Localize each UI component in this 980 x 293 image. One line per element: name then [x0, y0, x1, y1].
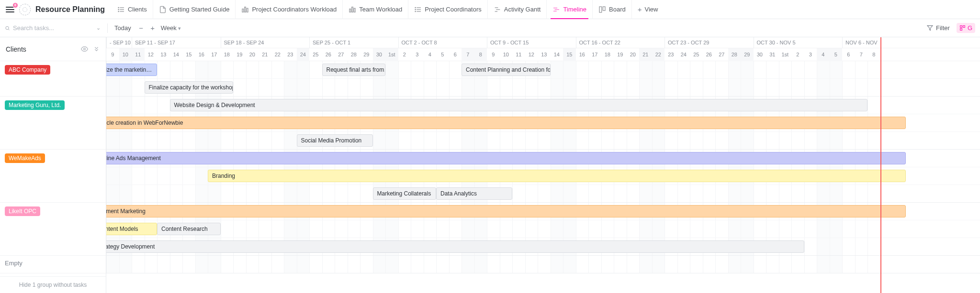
day-label[interactable]: 24	[677, 48, 690, 61]
menu-button[interactable]: 0	[4, 3, 16, 16]
day-label[interactable]: 9	[487, 48, 500, 61]
today-button[interactable]: Today	[114, 24, 131, 32]
tab-timeline[interactable]: Timeline	[546, 0, 592, 19]
day-label[interactable]: 6	[842, 48, 855, 61]
day-label[interactable]: 21	[639, 48, 652, 61]
sidebar-group[interactable]: WeMakeAds	[0, 150, 106, 203]
tab-team-workload[interactable]: Team Workload	[342, 0, 408, 19]
visibility-icon[interactable]	[81, 45, 88, 53]
day-label[interactable]: 22	[652, 48, 665, 61]
gantt-bar[interactable]: Content Planning and Creation fo…	[462, 64, 551, 76]
gantt-area[interactable]: - SEP 10SEP 11 - SEP 17SEP 18 - SEP 24SE…	[106, 37, 980, 293]
gantt-bar[interactable]: Strategy Development	[106, 240, 804, 253]
zoom-out-button[interactable]: −	[138, 24, 145, 32]
day-label[interactable]: 31	[766, 48, 779, 61]
day-label[interactable]: 30	[754, 48, 766, 61]
day-label[interactable]: 13	[157, 48, 170, 61]
day-label[interactable]: 16	[576, 48, 589, 61]
day-label[interactable]: 17	[588, 48, 601, 61]
tab-project-coordinators[interactable]: Project Coordinators	[408, 0, 487, 19]
zoom-in-button[interactable]: +	[149, 24, 156, 32]
day-label[interactable]: 23	[665, 48, 677, 61]
day-label[interactable]: 22	[271, 48, 284, 61]
day-label[interactable]: 25	[309, 48, 322, 61]
day-label[interactable]: 3	[804, 48, 817, 61]
day-label[interactable]: 19	[614, 48, 627, 61]
day-label[interactable]: 30	[373, 48, 386, 61]
day-label[interactable]: 10	[500, 48, 513, 61]
day-label[interactable]: 19	[233, 48, 246, 61]
gantt-bar[interactable]: Content Models	[106, 223, 157, 235]
day-label[interactable]: 3	[411, 48, 424, 61]
day-label[interactable]: 16	[195, 48, 208, 61]
zoom-level-label[interactable]: Week ▾	[161, 24, 181, 32]
day-label[interactable]: 28	[728, 48, 741, 61]
day-label[interactable]: 2	[791, 48, 804, 61]
day-label[interactable]: 15	[182, 48, 195, 61]
day-label[interactable]: 27	[715, 48, 728, 61]
gantt-bar[interactable]: Article creation in WebForNewbie	[106, 117, 906, 129]
gantt-bar[interactable]: Data Analytics	[436, 187, 512, 200]
day-label[interactable]: 25	[690, 48, 703, 61]
day-label[interactable]: 5	[830, 48, 843, 61]
day-label[interactable]: 10	[119, 48, 132, 61]
expand-collapse-icon[interactable]	[93, 45, 100, 53]
day-label[interactable]: 8	[867, 48, 880, 61]
gantt-bar[interactable]: Website Design & Development	[170, 99, 868, 111]
filter-button[interactable]: Filter	[927, 24, 950, 32]
day-label[interactable]: 2	[398, 48, 411, 61]
day-label[interactable]: 18	[221, 48, 234, 61]
day-label[interactable]: 8	[474, 48, 487, 61]
gantt-bar[interactable]: Social Media Promotion	[297, 134, 373, 147]
day-label[interactable]: 28	[348, 48, 360, 61]
search-wrap[interactable]: ⌄	[5, 24, 101, 32]
sidebar-group[interactable]: LikeIt OPC	[0, 203, 106, 256]
tab-getting-started-guide[interactable]: Getting Started Guide	[153, 0, 236, 19]
gantt-bar[interactable]: Marketing Collaterals	[373, 187, 437, 200]
day-label[interactable]: 26	[703, 48, 716, 61]
tab-project-coordinators-workload[interactable]: Project Coordinators Workload	[235, 0, 342, 19]
day-label[interactable]: 1st	[779, 48, 792, 61]
day-label[interactable]: 20	[627, 48, 640, 61]
day-label[interactable]: 11	[512, 48, 525, 61]
space-avatar-placeholder[interactable]	[19, 4, 31, 15]
day-label[interactable]: 15	[563, 48, 576, 61]
sidebar-group[interactable]: ABC Company	[0, 61, 106, 97]
day-label[interactable]: 4	[424, 48, 437, 61]
day-label[interactable]: 7	[462, 48, 474, 61]
day-label[interactable]: 7	[855, 48, 868, 61]
day-label[interactable]: 26	[322, 48, 335, 61]
day-label[interactable]: 29	[360, 48, 373, 61]
day-label[interactable]: 4	[817, 48, 830, 61]
tab-activity-gantt[interactable]: Activity Gantt	[487, 0, 547, 19]
day-label[interactable]: 1st	[385, 48, 398, 61]
chevron-down-icon[interactable]: ⌄	[96, 25, 101, 31]
day-label[interactable]: 17	[208, 48, 221, 61]
gantt-bar[interactable]: Finalize capacity for the workshop	[145, 81, 234, 94]
day-label[interactable]: 27	[335, 48, 348, 61]
group-button[interactable]: G	[957, 23, 975, 33]
day-label[interactable]: 21	[259, 48, 271, 61]
tab-clients[interactable]: Clients	[112, 0, 153, 19]
day-label[interactable]: 20	[246, 48, 259, 61]
search-input[interactable]	[13, 24, 93, 32]
day-label[interactable]: 9	[106, 48, 119, 61]
gantt-bar[interactable]: Request final arts from…	[322, 64, 386, 76]
day-label[interactable]: 12	[145, 48, 158, 61]
day-label[interactable]: 14	[551, 48, 563, 61]
day-label[interactable]: 13	[538, 48, 551, 61]
gantt-bar[interactable]: Content Research	[157, 223, 221, 235]
day-label[interactable]: 14	[170, 48, 183, 61]
day-label[interactable]: 5	[436, 48, 449, 61]
gantt-bar[interactable]: Online Ads Management	[106, 152, 906, 164]
add-view-button[interactable]: +View	[631, 0, 664, 19]
day-label[interactable]: 24	[297, 48, 310, 61]
gantt-bar[interactable]: Moment Marketing	[106, 205, 906, 217]
gantt-bar[interactable]: Branding	[208, 170, 906, 182]
day-label[interactable]: 18	[601, 48, 614, 61]
day-label[interactable]: 23	[284, 48, 297, 61]
sidebar-group[interactable]: Marketing Guru, Ltd.	[0, 97, 106, 150]
day-label[interactable]: 29	[741, 48, 754, 61]
day-label[interactable]: 6	[449, 48, 462, 61]
day-label[interactable]: 11	[132, 48, 145, 61]
